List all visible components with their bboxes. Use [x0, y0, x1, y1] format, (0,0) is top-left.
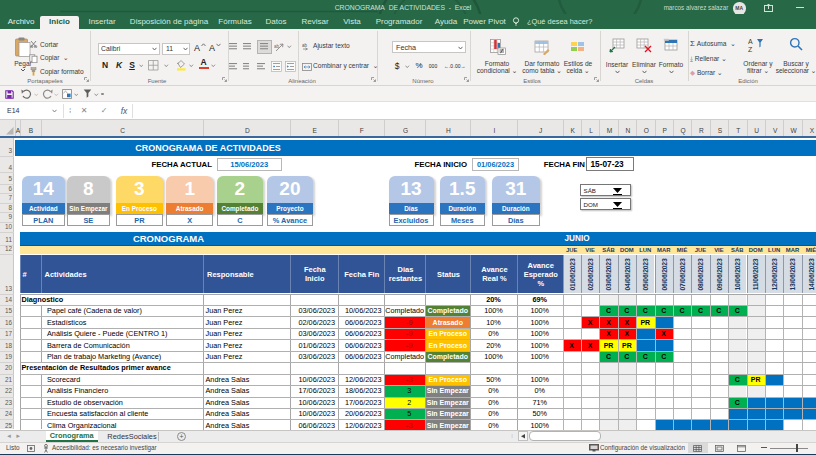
svg-text:A: A: [748, 38, 753, 45]
svg-text:ab: ab: [302, 43, 308, 48]
svg-text:Z: Z: [748, 46, 753, 53]
svg-text:ab: ab: [274, 44, 280, 49]
